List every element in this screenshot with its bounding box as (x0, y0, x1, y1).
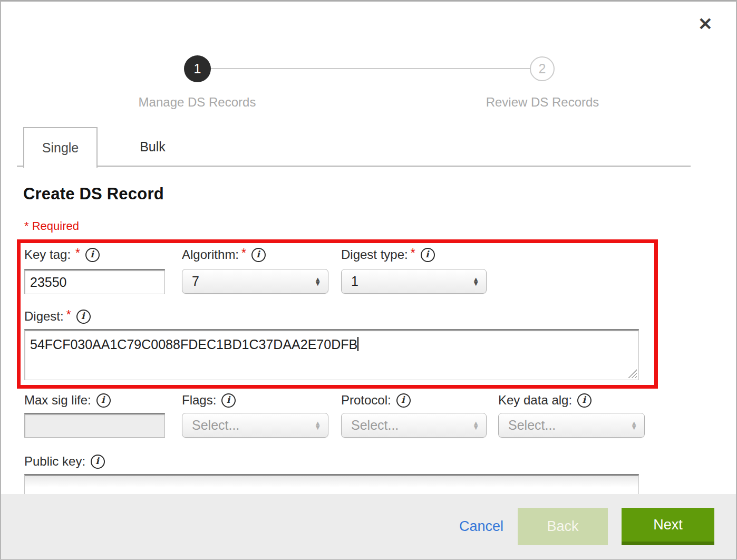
required-note: * Required (24, 219, 79, 233)
protocol-select-value: Select... (342, 418, 399, 433)
page-title: Create DS Record (23, 185, 164, 204)
tab-single[interactable]: Single (23, 127, 98, 168)
info-icon[interactable]: i (76, 310, 91, 324)
stepper-step-2-number: 2 (539, 61, 546, 76)
digest-type-label: Digest type: * i (341, 247, 435, 262)
key-data-alg-label: Key data alg: i (498, 393, 591, 408)
key-data-alg-select[interactable]: Select... ▲ ▼ (498, 413, 645, 438)
flags-select[interactable]: Select... ▲ ▼ (182, 413, 328, 438)
algorithm-label: Algorithm: * i (182, 247, 266, 262)
stepper-step-2-label: Review DS Records (486, 95, 599, 110)
public-key-label: Public key: i (24, 454, 105, 469)
next-button[interactable]: Next (622, 508, 714, 545)
flags-label: Flags: i (182, 393, 236, 408)
select-stepper-arrows-icon: ▲ ▼ (314, 421, 321, 429)
algorithm-select[interactable]: 7 ▲ ▼ (182, 269, 328, 294)
tab-bulk[interactable]: Bulk (120, 127, 186, 167)
max-sig-life-label: Max sig life: i (24, 393, 111, 408)
protocol-select[interactable]: Select... ▲ ▼ (341, 413, 487, 438)
stepper-step-1-label: Manage DS Records (139, 95, 256, 110)
stepper-step-1-number: 1 (194, 61, 201, 76)
tab-bulk-label: Bulk (140, 139, 166, 155)
digest-label: Digest: * i (24, 309, 91, 324)
create-ds-record-modal: ✕ 1 2 Manage DS Records Review DS Record… (0, 0, 737, 560)
required-asterisk: * (241, 246, 246, 260)
resize-handle-icon[interactable] (628, 369, 637, 378)
select-stepper-arrows-icon: ▲ ▼ (472, 277, 479, 285)
digest-textarea-value: 54FCF030AA1C79C0088FDEC1BD1C37DAA2E70DFB (30, 337, 357, 352)
modal-footer: Cancel Back Next (1, 494, 736, 559)
key-tag-input[interactable] (24, 269, 165, 294)
info-icon[interactable]: i (577, 393, 591, 408)
select-stepper-arrows-icon: ▲ ▼ (631, 421, 637, 429)
max-sig-life-input[interactable] (24, 413, 165, 438)
digest-type-select-value: 1 (342, 274, 358, 289)
cancel-button[interactable]: Cancel (459, 518, 503, 535)
required-asterisk: * (66, 308, 71, 322)
digest-textarea[interactable]: 54FCF030AA1C79C0088FDEC1BD1C37DAA2E70DFB (24, 329, 639, 380)
text-cursor (357, 337, 358, 351)
stepper-step-1-circle: 1 (184, 55, 211, 82)
info-icon[interactable]: i (85, 248, 100, 262)
tab-single-label: Single (42, 140, 79, 156)
stepper-step-2-circle: 2 (530, 56, 555, 81)
algorithm-select-value: 7 (182, 274, 199, 289)
select-stepper-arrows-icon: ▲ ▼ (314, 277, 321, 285)
back-button[interactable]: Back (518, 508, 608, 545)
info-icon[interactable]: i (96, 393, 111, 408)
info-icon[interactable]: i (251, 248, 266, 262)
required-asterisk: * (75, 246, 80, 260)
select-stepper-arrows-icon: ▲ ▼ (472, 421, 479, 429)
info-icon[interactable]: i (421, 248, 435, 262)
required-asterisk: * (411, 246, 415, 260)
close-icon[interactable]: ✕ (698, 15, 713, 33)
digest-type-select[interactable]: 1 ▲ ▼ (341, 269, 487, 294)
key-data-alg-select-value: Select... (499, 418, 556, 433)
public-key-textarea[interactable] (24, 474, 639, 497)
flags-select-value: Select... (182, 418, 239, 433)
info-icon[interactable]: i (221, 393, 236, 408)
key-tag-label: Key tag: * i (24, 247, 100, 262)
info-icon[interactable]: i (396, 393, 411, 408)
info-icon[interactable]: i (91, 455, 105, 469)
tab-bar: Single Bulk (17, 127, 691, 167)
protocol-label: Protocol: i (341, 393, 411, 408)
stepper-connector-line (198, 68, 542, 69)
